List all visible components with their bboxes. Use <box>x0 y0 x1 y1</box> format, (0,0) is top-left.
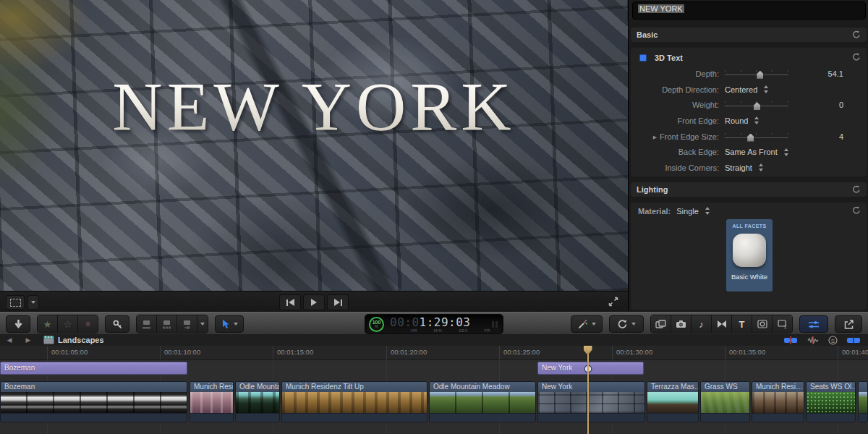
music-browser-button[interactable]: ♪ <box>692 315 712 333</box>
clip-thumbnail <box>538 392 644 413</box>
stepper-icon[interactable] <box>705 207 710 215</box>
append-clip-button[interactable] <box>177 315 197 333</box>
clip-audio-area <box>701 413 749 422</box>
depth-direction-popup[interactable]: Centered <box>725 85 769 94</box>
timeline-clip[interactable]: Bozeman <box>0 381 187 422</box>
retime-icon <box>617 319 628 330</box>
timeline-clip[interactable]: Terrazza Mas… <box>647 381 699 422</box>
main-toolbar: ★ ☆ × <box>0 311 868 335</box>
param-label: Back Edge: <box>631 148 725 156</box>
connect-clip-button[interactable] <box>137 315 157 333</box>
timeline-clip[interactable]: Odle Mountains <box>235 381 280 422</box>
import-button[interactable] <box>6 315 30 333</box>
ruler-tick: 00:01:30:00 <box>612 346 613 359</box>
themes-icon: T <box>778 320 788 329</box>
inspector-toggle-button[interactable] <box>799 315 828 333</box>
timecode-display[interactable]: 100 % 00:01:29:03 HRMIN SECFR <box>365 314 503 334</box>
import-media-button[interactable] <box>671 315 692 333</box>
generators-browser-button[interactable] <box>752 315 773 333</box>
stepper-icon[interactable] <box>763 85 769 93</box>
clip-audio-area <box>236 413 279 422</box>
material-tile[interactable]: ALL FACETS Basic White <box>726 219 773 292</box>
share-button[interactable] <box>835 315 862 333</box>
timeline-clip[interactable]: New York <box>537 381 645 422</box>
unrate-button[interactable]: ☆ <box>58 315 78 333</box>
depth-value[interactable]: 54.1 <box>791 69 843 78</box>
next-frame-button[interactable] <box>327 294 349 310</box>
panel-3d-text: 3D Text Depth:54.1Depth Direction:Center… <box>631 48 867 176</box>
viewer-title-overlay[interactable]: NEW YORK <box>0 72 628 142</box>
select-tool-button[interactable] <box>215 315 244 333</box>
front-edge-size-slider[interactable] <box>725 132 788 142</box>
weight-slider[interactable] <box>725 100 788 110</box>
reset-icon[interactable] <box>851 30 861 40</box>
stepper-icon[interactable] <box>754 116 760 124</box>
depth-slider[interactable] <box>725 69 788 79</box>
timeline-clip[interactable]: Grass WS <box>700 381 750 422</box>
favorite-button[interactable]: ★ <box>38 315 58 333</box>
title-text-field[interactable]: NEW YORK <box>632 1 866 20</box>
timeline-clip[interactable]: Seats WS Ol… <box>806 381 856 422</box>
timeline-clip[interactable]: Odle Mountain Meadow <box>429 381 536 422</box>
stepper-icon[interactable] <box>783 148 789 156</box>
section-header-lighting[interactable]: Lighting <box>631 182 867 197</box>
photos-browser-button[interactable] <box>651 315 671 333</box>
param-row-depth: Depth:54.1 <box>631 66 867 82</box>
themes-browser-button[interactable]: T <box>773 315 792 333</box>
section-header-basic[interactable]: Basic <box>631 27 867 42</box>
timeline-header: ◀ ▶ Landscapes S <box>0 334 868 346</box>
weight-value[interactable]: 0 <box>791 101 843 109</box>
clip-audio-area <box>190 413 233 422</box>
clip-name: Munich Resi… <box>190 382 233 392</box>
svg-text:S: S <box>831 337 835 344</box>
snapping-toggle[interactable] <box>846 336 861 344</box>
timeline-back-button[interactable]: ◀ <box>0 336 19 344</box>
timeline-clip[interactable]: Munich Resi… <box>190 381 234 422</box>
3d-text-checkbox[interactable] <box>639 54 647 61</box>
ruler[interactable]: 00:01:05:0000:01:10:0000:01:15:0000:01:2… <box>0 346 868 360</box>
title-clip[interactable]: Bozeman <box>0 362 187 375</box>
enhancements-button[interactable] <box>571 315 603 333</box>
timeline-clip[interactable]: Munich Residenz Tilt Up <box>281 381 427 422</box>
skimming-toggle[interactable] <box>783 336 798 344</box>
clip-audio-area <box>1 413 187 422</box>
solo-toggle[interactable]: S <box>828 336 838 345</box>
timeline: ◀ ▶ Landscapes S <box>0 334 868 434</box>
param-row-depth-direction: Depth Direction:Centered <box>631 82 867 98</box>
fullscreen-icon[interactable] <box>608 296 619 307</box>
material-popup[interactable]: Single <box>676 207 699 216</box>
project-name[interactable]: Landscapes <box>58 336 104 344</box>
titles-browser-button[interactable]: T <box>732 315 752 333</box>
reject-button[interactable]: × <box>78 315 98 333</box>
param-row-front-edge: Front Edge:Round <box>631 113 867 129</box>
viewer-canvas: NEW YORK <box>0 0 628 291</box>
timeline-clip[interactable]: Munich Resi… <box>752 381 804 422</box>
disclosure-triangle-icon[interactable]: ▶ <box>653 135 657 140</box>
reset-icon[interactable] <box>851 206 861 216</box>
timeline-forward-button[interactable]: ▶ <box>19 336 38 344</box>
reset-icon[interactable] <box>851 53 861 62</box>
transform-dropdown[interactable] <box>27 295 39 310</box>
insert-clip-button[interactable] <box>157 315 177 333</box>
back-edge-popup[interactable]: Same As Front <box>725 148 789 156</box>
play-button[interactable] <box>303 294 325 310</box>
keyword-editor-button[interactable] <box>105 315 129 333</box>
audio-skimming-toggle[interactable] <box>807 336 820 344</box>
stepper-icon[interactable] <box>758 163 764 171</box>
playhead-line[interactable] <box>587 346 589 434</box>
timeline-clip[interactable] <box>858 381 868 422</box>
previous-frame-button[interactable] <box>279 294 301 310</box>
reset-icon[interactable] <box>851 185 861 195</box>
inside-corners-popup[interactable]: Straight <box>725 163 764 172</box>
title-clip[interactable]: New York <box>537 362 644 375</box>
clip-thumbnail <box>859 392 867 413</box>
clip-thumbnail <box>701 392 749 413</box>
retime-button[interactable] <box>609 315 644 333</box>
edit-dropdown[interactable] <box>197 315 208 333</box>
transitions-browser-button[interactable] <box>712 315 732 333</box>
transform-tool-button[interactable] <box>6 295 25 310</box>
front-edge-size-value[interactable]: 4 <box>791 132 843 141</box>
material-swatch[interactable] <box>733 234 766 267</box>
clip-audio-area <box>807 413 855 422</box>
front-edge-popup[interactable]: Round <box>725 116 760 125</box>
